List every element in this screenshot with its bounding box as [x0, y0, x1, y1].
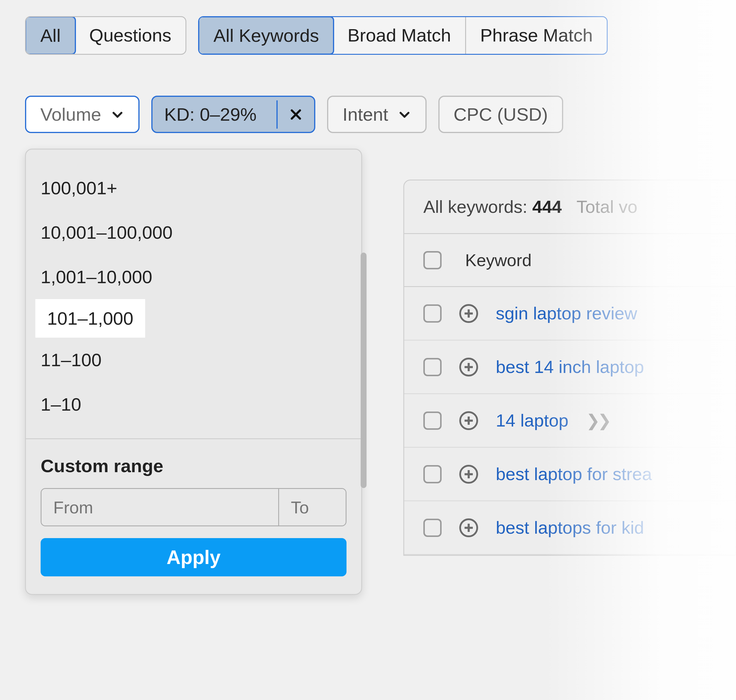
table-row: best laptop for strea: [404, 448, 735, 501]
column-header-keyword: Keyword: [465, 250, 532, 270]
table-row: best 14 inch laptop: [404, 341, 735, 394]
volume-custom-range: Custom range Apply: [26, 438, 361, 594]
keyword-link[interactable]: 14 laptop: [496, 410, 568, 431]
filter-kd[interactable]: KD: 0–29%: [151, 96, 316, 133]
table-row: 14 laptop ❯❯: [404, 394, 735, 448]
volume-option[interactable]: 10,001–100,000: [26, 210, 361, 254]
results-summary: All keywords: 444 Total vo: [404, 181, 735, 233]
volume-option[interactable]: 1,001–10,000: [26, 254, 361, 299]
select-all-checkbox[interactable]: [423, 251, 442, 269]
dropdown-scrollbar[interactable]: [361, 253, 367, 488]
row-checkbox[interactable]: [423, 412, 442, 430]
table-row: sgin laptop review: [404, 287, 735, 341]
results-header-prefix: All keywords:: [423, 197, 532, 217]
volume-option-list: 100,001+ 10,001–100,000 1,001–10,000 101…: [26, 150, 361, 438]
filter-volume[interactable]: Volume: [25, 96, 140, 133]
keyword-link[interactable]: sgin laptop review: [496, 303, 637, 324]
keyword-link[interactable]: best laptops for kid: [496, 518, 644, 538]
tab-phrase-match[interactable]: Phrase Match: [466, 17, 607, 54]
custom-range-title: Custom range: [41, 455, 346, 476]
add-keyword-icon[interactable]: [459, 411, 478, 430]
filter-kd-clear[interactable]: [277, 100, 314, 129]
chevron-down-icon: [398, 108, 411, 121]
add-keyword-icon[interactable]: [459, 465, 478, 484]
add-keyword-icon[interactable]: [459, 304, 478, 323]
apply-button[interactable]: Apply: [41, 538, 346, 576]
tab-broad-match[interactable]: Broad Match: [333, 17, 466, 54]
tab-group-match-type: All Keywords Broad Match Phrase Match: [198, 16, 608, 55]
keyword-link[interactable]: best laptop for strea: [496, 464, 652, 484]
row-checkbox[interactable]: [423, 465, 442, 483]
tab-questions[interactable]: Questions: [75, 17, 185, 54]
results-count: 444: [532, 197, 562, 217]
custom-range-from-input[interactable]: [41, 489, 279, 525]
filter-intent[interactable]: Intent: [327, 96, 426, 133]
close-icon: [289, 107, 303, 122]
results-panel: All keywords: 444 Total vo Keyword sgin …: [403, 179, 736, 556]
add-keyword-icon[interactable]: [459, 518, 478, 537]
filter-volume-label: Volume: [40, 104, 101, 125]
tab-all[interactable]: All: [25, 16, 76, 55]
more-variants-icon[interactable]: ❯❯: [586, 411, 609, 430]
row-checkbox[interactable]: [423, 304, 442, 323]
filter-intent-label: Intent: [342, 104, 388, 125]
custom-range-to-input[interactable]: [279, 489, 346, 525]
add-keyword-icon[interactable]: [459, 358, 478, 376]
volume-option-highlighted[interactable]: 101–1,000: [35, 299, 145, 338]
filter-cpc-label: CPC (USD): [454, 104, 548, 125]
volume-option[interactable]: 11–100: [26, 338, 361, 382]
results-column-header: Keyword: [404, 233, 735, 287]
volume-option[interactable]: 100,001+: [26, 166, 361, 210]
tab-all-keywords[interactable]: All Keywords: [198, 16, 334, 55]
tab-group-question-type: All Questions: [25, 16, 186, 55]
row-checkbox[interactable]: [423, 358, 442, 376]
chevron-down-icon: [111, 108, 124, 121]
table-row: best laptops for kid: [404, 501, 735, 555]
volume-option[interactable]: 1–10: [26, 382, 361, 426]
volume-dropdown: 100,001+ 10,001–100,000 1,001–10,000 101…: [25, 149, 362, 595]
row-checkbox[interactable]: [423, 519, 442, 537]
filter-cpc[interactable]: CPC (USD): [439, 96, 563, 133]
results-total-volume-label: Total vo: [576, 197, 637, 217]
keyword-link[interactable]: best 14 inch laptop: [496, 357, 644, 377]
filter-kd-label: KD: 0–29%: [153, 97, 267, 132]
